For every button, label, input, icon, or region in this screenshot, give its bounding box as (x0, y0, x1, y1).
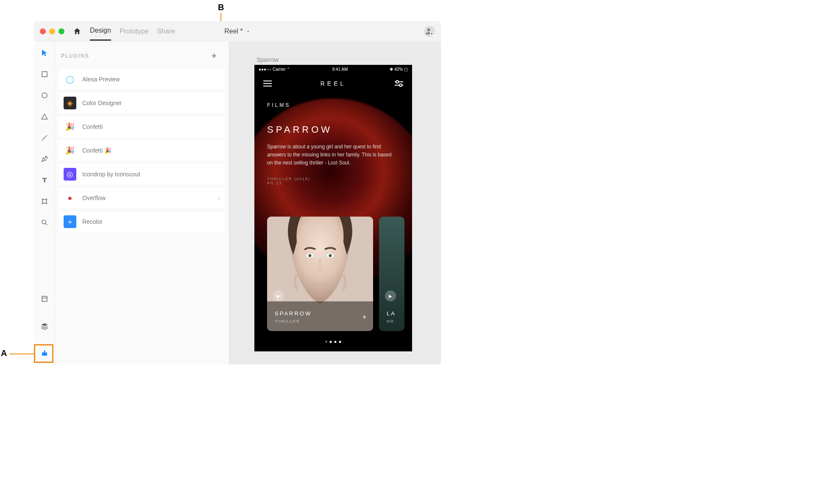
pointer-icon (41, 49, 48, 57)
tab-design[interactable]: Design (90, 27, 111, 41)
brand-label: REEL (321, 80, 346, 87)
plugin-list: ◯Alexa Preview◈Color Designer🎉Confetti🎉C… (59, 69, 225, 232)
play-icon: ▶ (273, 290, 284, 301)
dot (339, 341, 341, 343)
home-button[interactable] (72, 26, 82, 36)
hamburger-icon (263, 79, 272, 88)
maximize-window-button[interactable] (59, 28, 64, 34)
home-icon (73, 27, 81, 36)
plugin-item[interactable]: ◎Icondrop by Iconscout (59, 164, 225, 185)
svg-point-7 (399, 84, 402, 86)
dot (326, 341, 327, 342)
plugin-label: Alexa Preview (82, 76, 120, 83)
card-add-icon: + (362, 313, 366, 321)
hero-description: Sparrow is about a young girl and her qu… (267, 143, 395, 167)
mock-statusbar: ●●●○○ Carrier ⌃ 9:41 AM ✱ 42% ▢ (254, 65, 412, 73)
tab-prototype[interactable]: Prototype (120, 28, 148, 40)
triangle-icon (41, 113, 48, 120)
card-sparrow: ▶ SPARROW THRILLER + (267, 217, 373, 331)
line-icon (41, 134, 48, 142)
status-time: 9:41 AM (332, 67, 348, 72)
plugin-icon: ◈ (64, 97, 76, 109)
select-tool[interactable] (39, 47, 50, 58)
pen-tool[interactable] (39, 153, 50, 164)
text-tool[interactable] (39, 175, 50, 186)
plugin-label: Recolor (82, 218, 103, 225)
app-window: Design Prototype Share Reel * (34, 21, 441, 365)
plugin-label: Color Designer (82, 100, 122, 106)
ellipse-icon (41, 92, 48, 99)
plugin-item[interactable]: ◯Alexa Preview (59, 69, 225, 90)
artboard-sparrow[interactable]: ●●●○○ Carrier ⌃ 9:41 AM ✱ 42% ▢ REEL FIL… (254, 65, 412, 351)
plugins-panel-header: PLUGINS + (59, 47, 225, 69)
play-icon: ▶ (385, 290, 396, 301)
plugin-icon: ◎ (64, 168, 76, 181)
dot-active (330, 341, 332, 343)
tool-strip (34, 42, 55, 365)
chevron-right-icon: › (218, 195, 220, 201)
plugin-label: Confetti 🎉 (82, 147, 112, 154)
minimize-window-button[interactable] (49, 28, 55, 34)
svg-point-3 (42, 93, 47, 98)
artboard-tool[interactable] (39, 196, 50, 207)
plugin-item[interactable]: ●Overflow› (59, 187, 225, 209)
plugin-icon: ◯ (64, 73, 76, 86)
layers-icon (41, 322, 48, 330)
plus-icon: + (212, 50, 217, 61)
document-title-dropdown[interactable]: Reel * (224, 28, 251, 35)
line-tool[interactable] (39, 132, 50, 143)
zoom-icon (41, 219, 48, 226)
plugin-item[interactable]: 🎉Confetti 🎉 (59, 140, 225, 161)
chevron-down-icon (245, 29, 251, 34)
svg-point-6 (396, 81, 399, 83)
ellipse-tool[interactable] (39, 90, 50, 101)
share-avatar-button[interactable] (424, 26, 435, 37)
close-window-button[interactable] (40, 28, 46, 34)
plugin-item[interactable]: ＋Recolor (59, 211, 225, 232)
plugin-item[interactable]: ◈Color Designer (59, 92, 225, 114)
polygon-tool[interactable] (39, 111, 50, 122)
plugin-icon: 🎉 (64, 120, 76, 133)
mock-app-header: REEL (254, 73, 412, 94)
status-right: ✱ 42% ▢ (390, 67, 408, 72)
add-plugin-button[interactable]: + (206, 47, 223, 64)
plugin-label: Confetti (82, 123, 103, 130)
svg-point-4 (42, 220, 46, 224)
plugin-icon: 🎉 (64, 144, 76, 157)
canvas[interactable]: Sparrow ●●●○○ Carrier ⌃ 9:41 AM ✱ 42% ▢ … (229, 42, 441, 365)
plugin-item[interactable]: 🎉Confetti (59, 116, 225, 137)
callout-b-label: B (218, 3, 224, 12)
settings-icon (394, 79, 404, 88)
assets-icon (41, 295, 48, 303)
artboard-label[interactable]: Sparrow (256, 56, 279, 63)
card-subtitle: HO (387, 319, 394, 323)
status-left: ●●●○○ Carrier ⌃ (259, 67, 290, 72)
assets-panel-button[interactable] (39, 293, 50, 304)
rectangle-tool[interactable] (39, 69, 50, 80)
svg-rect-2 (42, 72, 47, 77)
svg-point-10 (309, 254, 312, 257)
plugins-panel: PLUGINS + ◯Alexa Preview◈Color Designer🎉… (55, 42, 229, 365)
document-title: Reel * (224, 28, 243, 35)
svg-point-12 (329, 254, 332, 257)
rectangle-icon (41, 70, 48, 78)
hero-text: SPARROW Sparrow is about a young girl an… (267, 124, 395, 185)
plugin-label: Icondrop by Iconscout (82, 171, 140, 178)
hero-title: SPARROW (267, 124, 395, 135)
zoom-tool[interactable] (39, 217, 50, 228)
hero-meta-rating: PG 13 (267, 181, 395, 185)
tab-share[interactable]: Share (157, 28, 175, 40)
plugin-label: Overflow (82, 195, 106, 201)
card-subtitle: THRILLER (275, 319, 300, 323)
cards-row: ▶ SPARROW THRILLER + ▶ LA HO (267, 217, 404, 331)
text-icon (41, 176, 48, 184)
plugin-icon: ＋ (64, 215, 76, 228)
dot (335, 341, 337, 343)
plugin-icon: ● (64, 192, 76, 204)
callout-a-highlight (34, 344, 53, 363)
card-secondary: ▶ LA HO (379, 217, 404, 331)
callout-a-label: A (1, 348, 7, 358)
layers-panel-button[interactable] (39, 320, 50, 331)
card-title: LA (387, 310, 396, 317)
svg-point-0 (427, 28, 430, 31)
